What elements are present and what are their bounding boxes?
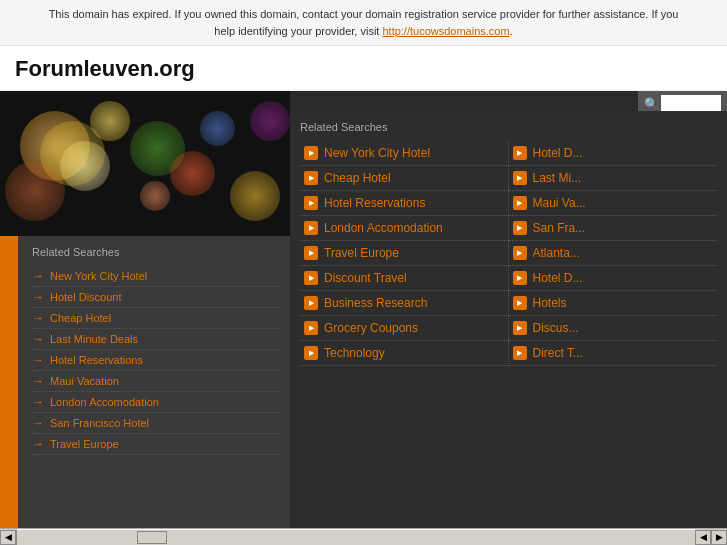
banner-link[interactable]: http://tucowsdomains.com bbox=[382, 25, 509, 37]
related-item-left: Travel Europe bbox=[300, 241, 509, 266]
left-search-link[interactable]: Last Minute Deals bbox=[50, 333, 138, 345]
related-icon bbox=[304, 146, 318, 160]
related-icon bbox=[513, 221, 527, 235]
left-sidebar: Related Searches → New York City Hotel→ … bbox=[0, 91, 290, 539]
related-icon bbox=[304, 171, 318, 185]
left-search-link[interactable]: Maui Vacation bbox=[50, 375, 119, 387]
left-search-link[interactable]: London Accomodation bbox=[50, 396, 159, 408]
orange-strip bbox=[0, 236, 18, 539]
left-arrow-icon: → bbox=[32, 290, 44, 304]
related-link[interactable]: Discount Travel bbox=[324, 271, 407, 285]
related-icon bbox=[513, 146, 527, 160]
related-item-right: Hotels bbox=[509, 291, 718, 316]
related-overlay: Related Searches New York City Hotel Hot… bbox=[290, 111, 727, 539]
left-search-link[interactable]: Travel Europe bbox=[50, 438, 119, 450]
left-search-item: → Last Minute Deals bbox=[32, 329, 280, 350]
left-arrow-icon: → bbox=[32, 374, 44, 388]
left-search-item: → Travel Europe bbox=[32, 434, 280, 455]
related-icon bbox=[513, 296, 527, 310]
scroll-right-btn1[interactable]: ◀ bbox=[695, 530, 711, 545]
left-search-link[interactable]: New York City Hotel bbox=[50, 270, 147, 282]
bottom-scrollbar: ◀ ◀ ▶ bbox=[0, 528, 727, 545]
related-link[interactable]: Hotel D... bbox=[533, 146, 583, 160]
scroll-right-btns: ◀ ▶ bbox=[695, 530, 727, 545]
related-link[interactable]: Business Research bbox=[324, 296, 427, 310]
related-icon bbox=[304, 296, 318, 310]
left-search-item: → New York City Hotel bbox=[32, 266, 280, 287]
related-item-right: Last Mi... bbox=[509, 166, 718, 191]
related-link[interactable]: Discus... bbox=[533, 321, 579, 335]
related-link[interactable]: Technology bbox=[324, 346, 385, 360]
related-item-left: Hotel Reservations bbox=[300, 191, 509, 216]
left-search-item: → London Accomodation bbox=[32, 392, 280, 413]
related-icon bbox=[304, 321, 318, 335]
related-icon bbox=[304, 196, 318, 210]
related-overlay-title: Related Searches bbox=[300, 121, 717, 133]
banner-text1: This domain has expired. If you owned th… bbox=[49, 8, 679, 20]
hero-image bbox=[0, 91, 290, 236]
related-icon bbox=[304, 271, 318, 285]
scroll-track[interactable] bbox=[16, 529, 695, 545]
related-link[interactable]: Atlanta... bbox=[533, 246, 580, 260]
related-icon bbox=[513, 196, 527, 210]
related-link[interactable]: Hotels bbox=[533, 296, 567, 310]
related-icon bbox=[513, 246, 527, 260]
related-link[interactable]: London Accomodation bbox=[324, 221, 443, 235]
related-item-right: Direct T... bbox=[509, 341, 718, 366]
related-link[interactable]: Travel Europe bbox=[324, 246, 399, 260]
left-search-link[interactable]: Hotel Discount bbox=[50, 291, 122, 303]
related-item-right: Hotel D... bbox=[509, 141, 718, 166]
scroll-thumb[interactable] bbox=[137, 531, 167, 544]
related-link[interactable]: San Fra... bbox=[533, 221, 586, 235]
related-item-right: Discus... bbox=[509, 316, 718, 341]
related-icon bbox=[304, 246, 318, 260]
header: Forumleuven.org bbox=[0, 46, 727, 91]
left-search-link[interactable]: Cheap Hotel bbox=[50, 312, 111, 324]
left-search-item: → Cheap Hotel bbox=[32, 308, 280, 329]
related-item-left: Technology bbox=[300, 341, 509, 366]
related-link[interactable]: Last Mi... bbox=[533, 171, 582, 185]
related-item-right: San Fra... bbox=[509, 216, 718, 241]
related-item-right: Maui Va... bbox=[509, 191, 718, 216]
site-title: Forumleuven.org bbox=[15, 56, 195, 81]
expired-banner: This domain has expired. If you owned th… bbox=[0, 0, 727, 46]
related-item-left: Discount Travel bbox=[300, 266, 509, 291]
related-item-right: Hotel D... bbox=[509, 266, 718, 291]
related-link[interactable]: Maui Va... bbox=[533, 196, 586, 210]
banner-text2: help identifying your provider, visit bbox=[214, 25, 379, 37]
related-grid: New York City Hotel Hotel D... Cheap Hot… bbox=[300, 141, 717, 366]
related-item-left: New York City Hotel bbox=[300, 141, 509, 166]
left-items-container: → New York City Hotel→ Hotel Discount→ C… bbox=[32, 266, 280, 455]
related-link[interactable]: New York City Hotel bbox=[324, 146, 430, 160]
related-link[interactable]: Cheap Hotel bbox=[324, 171, 391, 185]
right-panel: 🔍 Related Searches New York City Hotel H… bbox=[290, 91, 727, 539]
related-link[interactable]: Direct T... bbox=[533, 346, 583, 360]
main-content: Related Searches → New York City Hotel→ … bbox=[0, 91, 727, 539]
left-search-link[interactable]: San Francisco Hotel bbox=[50, 417, 149, 429]
related-link[interactable]: Grocery Coupons bbox=[324, 321, 418, 335]
scroll-right-btn2[interactable]: ▶ bbox=[711, 530, 727, 545]
left-search-item: → Maui Vacation bbox=[32, 371, 280, 392]
left-search-list: Related Searches → New York City Hotel→ … bbox=[18, 236, 290, 539]
related-item-right: Atlanta... bbox=[509, 241, 718, 266]
related-item-left: Grocery Coupons bbox=[300, 316, 509, 341]
related-icon bbox=[513, 346, 527, 360]
left-arrow-icon: → bbox=[32, 395, 44, 409]
related-icon bbox=[304, 221, 318, 235]
left-arrow-icon: → bbox=[32, 269, 44, 283]
related-item-left: London Accomodation bbox=[300, 216, 509, 241]
left-search-item: → San Francisco Hotel bbox=[32, 413, 280, 434]
related-icon bbox=[513, 321, 527, 335]
related-link[interactable]: Hotel Reservations bbox=[324, 196, 425, 210]
related-icon bbox=[304, 346, 318, 360]
left-search-link[interactable]: Hotel Reservations bbox=[50, 354, 143, 366]
scroll-left-btn[interactable]: ◀ bbox=[0, 530, 16, 545]
related-item-left: Cheap Hotel bbox=[300, 166, 509, 191]
related-icon bbox=[513, 271, 527, 285]
related-item-left: Business Research bbox=[300, 291, 509, 316]
search-icon: 🔍 bbox=[644, 97, 659, 111]
related-link[interactable]: Hotel D... bbox=[533, 271, 583, 285]
left-arrow-icon: → bbox=[32, 353, 44, 367]
left-arrow-icon: → bbox=[32, 437, 44, 451]
left-search-title: Related Searches bbox=[32, 246, 280, 258]
